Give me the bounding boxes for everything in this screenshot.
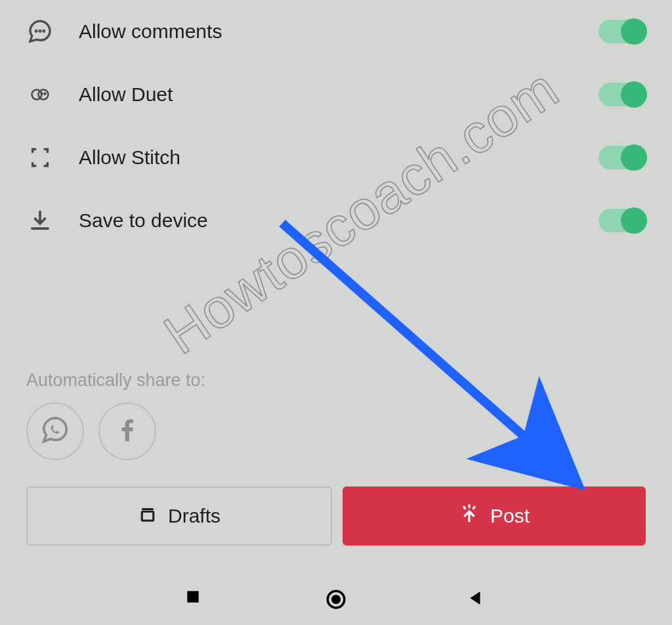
setting-label: Allow Stitch <box>79 146 180 169</box>
share-facebook-button[interactable] <box>98 402 156 460</box>
setting-label: Allow Duet <box>79 83 173 106</box>
drafts-icon <box>138 504 158 528</box>
svg-point-4 <box>39 90 49 100</box>
duet-icon <box>26 81 54 108</box>
share-heading: Automatically share to: <box>26 370 646 391</box>
toggle-save-to-device[interactable] <box>598 209 646 232</box>
svg-point-2 <box>43 30 45 32</box>
whatsapp-icon <box>40 415 70 448</box>
setting-label: Allow comments <box>79 20 222 43</box>
post-icon <box>459 504 480 529</box>
share-whatsapp-button[interactable] <box>26 402 84 460</box>
share-section: Automatically share to: <box>0 370 672 460</box>
facebook-icon <box>112 415 142 448</box>
nav-home-icon[interactable] <box>325 588 347 611</box>
comment-icon <box>26 18 54 45</box>
setting-row-allow-stitch: Allow Stitch <box>26 126 646 189</box>
settings-list: Allow comments Allow Duet <box>0 0 672 252</box>
svg-point-5 <box>41 93 43 95</box>
setting-row-save-to-device: Save to device <box>26 189 646 252</box>
download-icon <box>26 207 54 234</box>
nav-back-icon[interactable] <box>465 588 488 611</box>
setting-row-allow-comments: Allow comments <box>26 0 646 63</box>
post-label: Post <box>490 505 530 527</box>
svg-point-0 <box>35 30 37 32</box>
action-button-row: Drafts Post <box>0 486 672 546</box>
svg-point-1 <box>39 30 41 32</box>
svg-rect-7 <box>142 511 154 521</box>
drafts-label: Drafts <box>168 505 220 527</box>
stitch-icon <box>26 144 54 171</box>
svg-point-6 <box>45 93 46 95</box>
setting-row-allow-duet: Allow Duet <box>26 63 646 126</box>
post-button[interactable]: Post <box>343 486 646 546</box>
nav-recents-icon[interactable] <box>184 588 207 611</box>
toggle-allow-duet[interactable] <box>598 83 646 106</box>
svg-point-10 <box>331 595 341 604</box>
toggle-allow-stitch[interactable] <box>598 146 646 169</box>
svg-rect-8 <box>187 591 198 602</box>
drafts-button[interactable]: Drafts <box>26 486 332 546</box>
setting-label: Save to device <box>79 209 208 232</box>
toggle-allow-comments[interactable] <box>598 20 646 43</box>
android-nav-bar <box>0 574 672 625</box>
